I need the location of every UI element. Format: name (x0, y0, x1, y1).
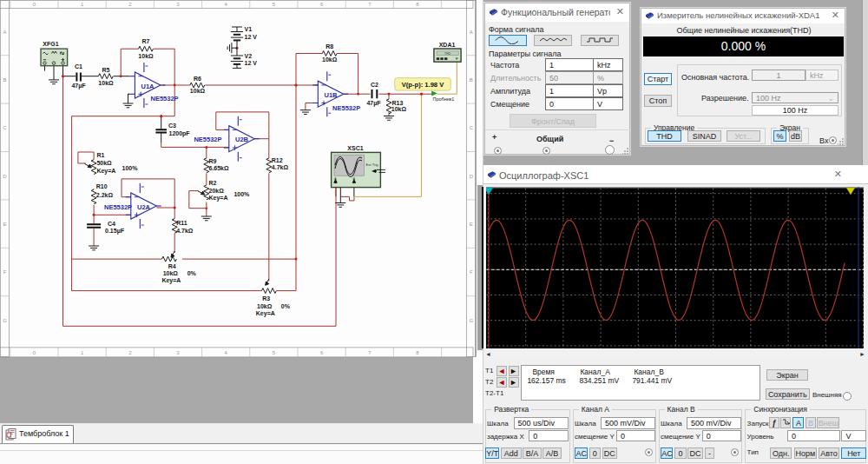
svg-text:R12: R12 (272, 157, 283, 163)
svg-text:D: D (3, 174, 7, 179)
svg-text:Key=A: Key=A (209, 195, 228, 202)
svg-text:A: A (334, 176, 337, 181)
svg-text:R10: R10 (96, 183, 108, 189)
svg-text:Пробник1: Пробник1 (433, 96, 455, 102)
svg-text:12 V: 12 V (245, 34, 258, 40)
svg-text:R6: R6 (194, 76, 201, 82)
svg-text:1200pF: 1200pF (169, 130, 191, 137)
svg-text:V2: V2 (245, 53, 253, 59)
svg-text:E: E (470, 222, 473, 227)
svg-text:NE5532P: NE5532P (104, 203, 132, 211)
svg-text:10kΩ: 10kΩ (163, 270, 179, 276)
svg-text:D: D (470, 174, 474, 179)
svg-text:R2: R2 (209, 180, 217, 186)
svg-text:0%: 0% (281, 303, 291, 309)
svg-text:R5: R5 (102, 67, 109, 73)
svg-text:F: F (470, 269, 473, 275)
svg-text:R11: R11 (176, 220, 187, 226)
svg-text:C1: C1 (75, 63, 82, 70)
svg-text:0.15µF: 0.15µF (105, 228, 125, 235)
svg-text:0%: 0% (187, 270, 197, 276)
svg-text:R3: R3 (262, 295, 270, 302)
svg-text:R4: R4 (168, 263, 176, 269)
svg-text:R9: R9 (209, 158, 217, 164)
svg-text:U2B: U2B (235, 136, 249, 143)
svg-text:NE5532P: NE5532P (151, 95, 179, 103)
svg-text:10kΩ: 10kΩ (322, 56, 338, 63)
svg-text:B: B (470, 77, 473, 83)
svg-text:E: E (3, 222, 6, 227)
svg-text:XFG1: XFG1 (43, 41, 58, 47)
svg-text:10kΩ: 10kΩ (138, 53, 154, 59)
svg-text:NE5532P: NE5532P (332, 104, 360, 112)
svg-text:XDA1: XDA1 (439, 42, 456, 48)
svg-text:4.7kΩ: 4.7kΩ (272, 164, 289, 170)
svg-text:10kΩ: 10kΩ (391, 106, 407, 112)
svg-text:C: C (470, 125, 474, 130)
svg-text:NE5532P: NE5532P (194, 136, 221, 143)
svg-text:C4: C4 (108, 221, 115, 227)
svg-text:F: F (3, 269, 7, 275)
svg-text:12 V: 12 V (245, 60, 258, 66)
svg-text:100%: 100% (122, 165, 139, 171)
svg-text:THD: THD (444, 52, 451, 56)
svg-text:V1: V1 (245, 26, 253, 32)
svg-text:A: A (3, 30, 6, 35)
svg-text:47µF: 47µF (366, 100, 381, 107)
svg-text:A: A (470, 30, 473, 35)
svg-text:Key=A: Key=A (256, 310, 275, 317)
svg-text:G: G (469, 318, 473, 323)
svg-text:R13: R13 (392, 100, 404, 106)
svg-text:U1B: U1B (325, 91, 339, 99)
svg-text:10kΩ: 10kΩ (98, 80, 114, 86)
svg-text:Ext Trig: Ext Trig (366, 162, 379, 167)
svg-text:2.2kΩ: 2.2kΩ (96, 192, 114, 198)
svg-text:R1: R1 (96, 152, 104, 158)
svg-text:R7: R7 (142, 38, 150, 44)
svg-text:100%: 100% (233, 191, 250, 197)
svg-text:U1A: U1A (141, 83, 155, 90)
svg-text:R8: R8 (326, 43, 333, 50)
svg-text:50kΩ: 50kΩ (96, 160, 112, 166)
svg-text:U2A: U2A (137, 203, 151, 211)
svg-text:C3: C3 (168, 123, 176, 129)
svg-text:C: C (3, 125, 7, 130)
svg-text:10kΩ: 10kΩ (257, 303, 273, 309)
svg-text:B: B (352, 176, 355, 181)
svg-text:B: B (3, 77, 6, 83)
svg-text:Key=A: Key=A (161, 277, 181, 284)
svg-text:47µF: 47µF (71, 83, 86, 89)
svg-text:G: G (3, 318, 7, 323)
svg-text:V(p-p): 1.98 V: V(p-p): 1.98 V (402, 81, 444, 89)
svg-text:XSC1: XSC1 (347, 145, 363, 151)
svg-text:20kΩ: 20kΩ (209, 188, 225, 194)
svg-text:4.7kΩ: 4.7kΩ (176, 228, 194, 234)
svg-text:C2: C2 (371, 82, 378, 88)
svg-text:10kΩ: 10kΩ (190, 88, 206, 94)
svg-text:Key=A: Key=A (96, 168, 115, 175)
svg-text:6.65kΩ: 6.65kΩ (209, 165, 230, 171)
